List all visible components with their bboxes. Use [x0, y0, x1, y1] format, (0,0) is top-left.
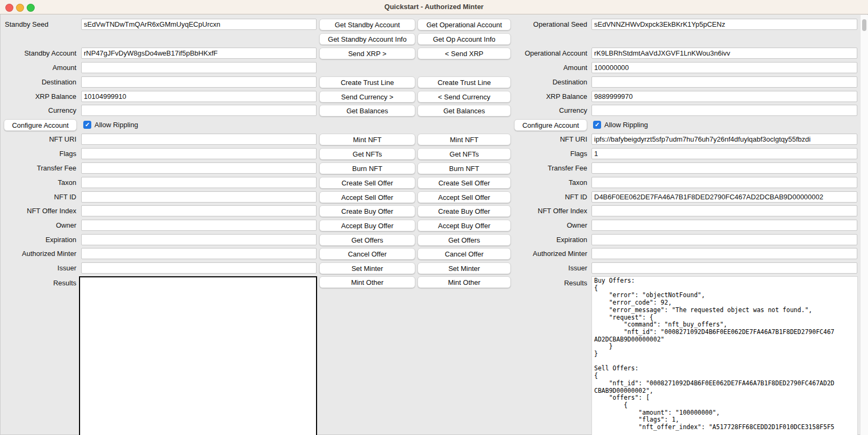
- operational-issuer-label: Issuer: [496, 262, 587, 274]
- operational-transfer-fee-input[interactable]: [591, 162, 857, 174]
- operational-flags-label: Flags: [496, 148, 587, 159]
- standby-nft-offer-index-label: NFT Offer Index: [0, 205, 76, 216]
- operational-expiration-label: Expiration: [496, 234, 587, 245]
- standby-issuer-label: Issuer: [0, 262, 76, 274]
- send-xrp-right-button[interactable]: Send XRP >: [319, 48, 415, 59]
- standby-taxon-input[interactable]: [81, 177, 317, 188]
- operational-seed-input[interactable]: [591, 19, 857, 30]
- standby-destination-label: Destination: [0, 76, 76, 88]
- standby-currency-label: Currency: [0, 105, 76, 116]
- standby-allow-rippling-label: Allow Rippling: [94, 119, 159, 130]
- operational-destination-input[interactable]: [591, 76, 857, 88]
- standby-cancel-offer-button[interactable]: Cancel Offer: [319, 248, 415, 260]
- operational-taxon-input[interactable]: [591, 177, 857, 188]
- app-window: Quickstart - Authorized Minter Standby S…: [0, 0, 868, 435]
- operational-currency-input[interactable]: [591, 105, 857, 116]
- standby-get-nfts-button[interactable]: Get NFTs: [319, 148, 415, 160]
- standby-create-sell-offer-button[interactable]: Create Sell Offer: [319, 177, 415, 189]
- operational-results-label: Results: [496, 277, 587, 289]
- operational-authorized-minter-input[interactable]: [591, 248, 857, 259]
- standby-taxon-label: Taxon: [0, 177, 76, 188]
- operational-nft-offer-index-input[interactable]: [591, 205, 857, 216]
- standby-allow-rippling-checkbox[interactable]: [83, 121, 91, 129]
- standby-mint-nft-button[interactable]: Mint NFT: [319, 134, 415, 145]
- operational-nft-id-input[interactable]: [591, 191, 857, 203]
- operational-authorized-minter-label: Authorized Minter: [496, 248, 587, 259]
- operational-xrp-balance-label: XRP Balance: [496, 91, 587, 102]
- standby-create-trust-line-button[interactable]: Create Trust Line: [319, 76, 415, 88]
- operational-owner-input[interactable]: [591, 220, 857, 231]
- standby-seed-input[interactable]: [81, 19, 317, 30]
- operational-account-input[interactable]: [591, 48, 857, 59]
- standby-burn-nft-button[interactable]: Burn NFT: [319, 162, 415, 174]
- standby-get-balances-button[interactable]: Get Balances: [319, 105, 415, 116]
- standby-amount-label: Amount: [0, 62, 76, 73]
- standby-nft-id-label: NFT ID: [0, 191, 76, 203]
- operational-currency-label: Currency: [496, 105, 587, 116]
- standby-xrp-balance-input[interactable]: [81, 91, 317, 102]
- operational-xrp-balance-input[interactable]: [591, 91, 857, 102]
- op-configure-account-button[interactable]: Configure Account: [514, 119, 587, 131]
- standby-authorized-minter-input[interactable]: [81, 248, 317, 259]
- standby-owner-label: Owner: [0, 220, 76, 231]
- operational-flags-input[interactable]: [591, 148, 857, 159]
- operational-nft-uri-input[interactable]: [591, 134, 857, 145]
- standby-accept-sell-offer-button[interactable]: Accept Sell Offer: [319, 191, 415, 203]
- standby-owner-input[interactable]: [81, 220, 317, 231]
- op-allow-rippling-checkbox[interactable]: [593, 121, 601, 129]
- operational-destination-label: Destination: [496, 76, 587, 88]
- standby-create-buy-offer-button[interactable]: Create Buy Offer: [319, 205, 415, 217]
- op-allow-rippling-label: Allow Rippling: [604, 119, 668, 130]
- scrollbar[interactable]: [860, 15, 868, 435]
- operational-nft-id-label: NFT ID: [496, 191, 587, 203]
- get-standby-account-button[interactable]: Get Standby Account: [319, 19, 415, 30]
- get-op-account-info-button[interactable]: Get Op Account Info: [417, 33, 511, 45]
- standby-nft-uri-input[interactable]: [81, 134, 317, 145]
- operational-expiration-input[interactable]: [591, 234, 857, 245]
- standby-xrp-balance-label: XRP Balance: [0, 91, 76, 102]
- standby-transfer-fee-label: Transfer Fee: [0, 162, 76, 174]
- standby-accept-buy-offer-button[interactable]: Accept Buy Offer: [319, 220, 415, 231]
- standby-issuer-input[interactable]: [81, 262, 317, 274]
- standby-flags-label: Flags: [0, 148, 76, 159]
- scrollbar-thumb[interactable]: [862, 19, 866, 31]
- operational-amount-input[interactable]: [591, 62, 857, 73]
- standby-mint-other-button[interactable]: Mint Other: [319, 276, 415, 288]
- standby-set-minter-button[interactable]: Set Minter: [319, 262, 415, 274]
- operational-nft-uri-label: NFT URI: [496, 134, 587, 145]
- operational-transfer-fee-label: Transfer Fee: [496, 162, 587, 174]
- operational-results-text: Buy Offers: { "error": "objectNotFound",…: [592, 277, 857, 432]
- standby-destination-input[interactable]: [81, 76, 317, 88]
- operational-seed-label: Operational Seed: [496, 19, 587, 30]
- standby-expiration-input[interactable]: [81, 234, 317, 245]
- standby-nft-uri-label: NFT URI: [0, 134, 76, 145]
- send-currency-right-button[interactable]: Send Currency >: [319, 91, 415, 103]
- standby-results-textarea[interactable]: [79, 276, 317, 435]
- operational-account-label: Operational Account: [496, 48, 587, 59]
- standby-currency-input[interactable]: [81, 105, 317, 116]
- standby-expiration-label: Expiration: [0, 234, 76, 245]
- operational-nft-offer-index-label: NFT Offer Index: [496, 205, 587, 216]
- get-standby-account-info-button[interactable]: Get Standby Account Info: [319, 33, 415, 45]
- standby-results-label: Results: [0, 277, 76, 289]
- standby-configure-account-button[interactable]: Configure Account: [4, 119, 77, 131]
- standby-flags-input[interactable]: [81, 148, 317, 159]
- operational-taxon-label: Taxon: [496, 177, 587, 188]
- standby-results-text: [80, 277, 316, 278]
- operational-owner-label: Owner: [496, 220, 587, 231]
- window-title: Quickstart - Authorized Minter: [0, 3, 868, 11]
- standby-nft-id-input[interactable]: [81, 191, 317, 203]
- standby-nft-offer-index-input[interactable]: [81, 205, 317, 216]
- operational-issuer-input[interactable]: [591, 262, 857, 274]
- standby-get-offers-button[interactable]: Get Offers: [319, 234, 415, 246]
- standby-amount-input[interactable]: [81, 62, 317, 73]
- operational-results-textarea[interactable]: Buy Offers: { "error": "objectNotFound",…: [591, 276, 858, 435]
- standby-transfer-fee-input[interactable]: [81, 162, 317, 174]
- standby-authorized-minter-label: Authorized Minter: [0, 248, 76, 259]
- standby-account-label: Standby Account: [0, 48, 76, 59]
- standby-account-input[interactable]: [81, 48, 317, 59]
- titlebar: Quickstart - Authorized Minter: [0, 0, 868, 14]
- operational-amount-label: Amount: [496, 62, 587, 73]
